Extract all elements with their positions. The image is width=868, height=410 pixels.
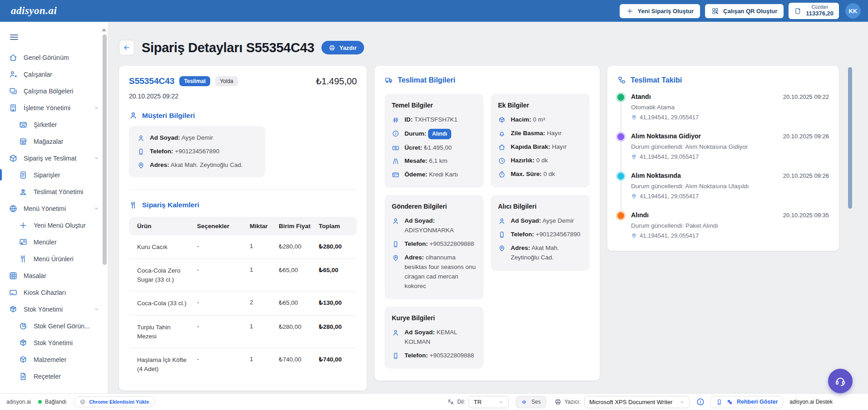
person-icon	[392, 217, 399, 225]
wallet-button[interactable]: Cüzdan 113376,20	[789, 3, 839, 19]
customer-address-row: Adres: Akat Mah. Zeytinoğlu Cad.	[137, 161, 257, 170]
sound-button[interactable]: Ses	[516, 396, 546, 408]
delivery-id-row: ID: TXHTSFSH7K1	[392, 115, 476, 125]
event-description: Durum güncellendi: Alım Noktasına Ulaşıl…	[631, 183, 829, 190]
sidebar-item-siparis-ve-teslimat[interactable]: Sipariş ve Teslimat	[0, 150, 108, 166]
new-order-button[interactable]: Yeni Sipariş Oluştur	[620, 4, 700, 18]
sidebar-item-label: Menü Ürünleri	[34, 255, 74, 263]
sidebar-item-menu-urunleri[interactable]: Menü Ürünleri	[0, 250, 108, 267]
event-coordinates: 41,194541, 29,055417	[640, 153, 699, 160]
delivery-status-badge: Alındı	[428, 129, 451, 139]
back-button[interactable]	[119, 40, 134, 55]
sidebar-item-menu-yonetimi[interactable]: Menü Yönetimi	[0, 200, 108, 217]
chrome-extension-button[interactable]: Chrome Eklentisini Yükle	[74, 396, 155, 407]
cell-options: -	[197, 299, 250, 308]
sidebar-item-isletme-yonetimi[interactable]: İşletme Yönetimi	[0, 99, 108, 116]
event-location: 41,194541, 29,055417	[631, 232, 829, 239]
sidebar-item-label: Teslimat Yönetimi	[34, 188, 83, 195]
new-order-label: Yeni Sipariş Oluştur	[638, 8, 694, 15]
event-coordinates: 41,194541, 29,055417	[640, 232, 699, 239]
field-label: Mesafe:	[404, 157, 427, 164]
cell-options: -	[197, 356, 250, 373]
support-chat-fab[interactable]	[828, 369, 853, 393]
max-duration-row: Max. Süre: 0 dk	[498, 170, 582, 179]
sidebar-item-stok-yonetimi[interactable]: Stok Yönetimi	[0, 301, 108, 317]
road-icon	[392, 157, 399, 165]
table-row: Turplu Tahin Mezesi - 1 ₺280,00 ₺280,00	[129, 316, 357, 348]
topbar: adisyon.ai Yeni Sipariş Oluştur Çalışan …	[0, 0, 868, 22]
print-label: Yazdır	[339, 44, 356, 51]
sidebar-item-siparisler[interactable]: Siparişler	[0, 166, 108, 183]
main-scrollbar-thumb[interactable]	[848, 67, 852, 209]
field-value: Akat Mah. Zeytinoğlu Cad.	[171, 161, 243, 168]
sidebar-item-label: Genel Görünüm	[24, 54, 69, 61]
sidebar-item-magazalar[interactable]: Mağazalar	[0, 133, 108, 150]
chevron-down-icon	[94, 155, 99, 161]
field-label: Kapıda Bırak:	[511, 143, 550, 150]
field-label: Ad Soyad:	[511, 217, 541, 224]
sidebar-item-stok-genel-gorunum[interactable]: Stok Genel Görün...	[0, 317, 108, 334]
sidebar-item-label: Mağazalar	[34, 138, 63, 145]
event-title: Atandı	[631, 93, 651, 100]
location-pin-icon	[137, 161, 145, 169]
sidebar-item-receteler[interactable]: Reçeteler	[0, 368, 108, 385]
receiver-info-box: Alıcı Bilgileri Ad Soyad: Ayşe Demir Tel…	[491, 195, 590, 271]
printer-select[interactable]: Microsoft XPS Document Writer	[584, 396, 690, 408]
sidebar-item-genel-gorunum[interactable]: Genel Görünüm	[0, 49, 108, 66]
delivery-tracking-card: Teslimat Takibi Atandı 20.10.2025 09:22 …	[607, 66, 839, 251]
utensils-icon	[19, 254, 28, 264]
language-select[interactable]: TR	[469, 396, 508, 408]
connected-dot	[38, 400, 42, 404]
sidebar-item-teslimat-yonetimi[interactable]: Teslimat Yönetimi	[0, 183, 108, 200]
cell-qty: 1	[250, 356, 279, 373]
sidebar-item-menuler[interactable]: Menüler	[0, 234, 108, 250]
event-title: Alım Noktasında	[631, 172, 681, 179]
cards-row: S55354C43 Teslimat Yolda ₺1.495,00 20.10…	[119, 66, 852, 390]
stock-box-icon	[9, 305, 18, 314]
cube-icon	[498, 116, 506, 124]
guide-book-icon	[726, 399, 733, 405]
delivery-status-row: Durum: Alındı	[392, 129, 476, 139]
person-icon	[129, 111, 138, 120]
phone-icon	[716, 399, 723, 405]
cell-product: Kuru Cacık	[129, 243, 197, 252]
timeline-event: Alındı 20.10.2025 09:35 Durum güncellend…	[617, 211, 829, 239]
field-label: Telefon:	[404, 352, 428, 359]
sidebar-item-sirketler[interactable]: Şirketler	[0, 116, 108, 133]
qr-code-icon	[711, 7, 719, 15]
plus-icon	[626, 7, 634, 15]
sidebar-item-malzemeler[interactable]: Malzemeler	[0, 351, 108, 368]
chevron-down-icon	[94, 105, 99, 111]
sidebar-item-label: Kiosk Cihazları	[24, 289, 66, 296]
employee-qr-button[interactable]: Çalışan QR Oluştur	[705, 4, 784, 18]
sidebar-item-stok-yonetimi-alt[interactable]: Stok Yönetimi	[0, 334, 108, 351]
sidebar-item-yeni-menu-olustur[interactable]: Yeni Menü Oluştur	[0, 217, 108, 234]
sidebar-item-masalar[interactable]: Masalar	[0, 267, 108, 284]
show-guide-button[interactable]: Rehberi Göster	[710, 396, 783, 408]
user-avatar[interactable]: KK	[845, 3, 861, 19]
event-title: Alım Noktasına Gidiyor	[631, 132, 701, 140]
printer-label: Yazıcı:	[554, 398, 581, 405]
customer-section-heading: Müşteri Bilgileri	[129, 111, 357, 120]
delivery-info-heading: Teslimat Bilgileri	[385, 76, 590, 84]
field-value: +901234567890	[175, 148, 219, 155]
print-button[interactable]: Yazdır	[321, 41, 364, 54]
support-label: adisyon.ai Destek	[789, 399, 833, 405]
field-label: Telefon:	[404, 240, 428, 247]
event-time: 20.10.2025 09:26	[783, 133, 829, 140]
table-row: Kuru Cacık - 1 ₺280,00 ₺280,00	[129, 235, 357, 259]
hamburger-icon	[9, 32, 20, 43]
sidebar-item-calisanlar[interactable]: Çalışanlar	[0, 66, 108, 83]
zones-icon	[9, 87, 18, 96]
sidebar-scrollbar-thumb[interactable]	[103, 34, 107, 265]
info-icon	[696, 397, 705, 406]
sidebar-scroll-up-arrow[interactable]	[102, 28, 106, 31]
sidebar: Genel Görünüm Çalışanlar Çalışma Bölgele…	[0, 22, 108, 393]
sidebar-item-calisma-bolgeleri[interactable]: Çalışma Bölgeleri	[0, 83, 108, 99]
sidebar-toggle-button[interactable]	[9, 32, 20, 43]
field-value: Hayır	[547, 130, 562, 137]
sidebar-item-kiosk-cihazlari[interactable]: Kiosk Cihazları	[0, 284, 108, 301]
table-row: Coca-Cola Zero Sugar (33 cl.) - 1 ₺65,00…	[129, 259, 357, 292]
info-button[interactable]	[696, 397, 705, 406]
cell-total: ₺280,00	[319, 323, 357, 341]
